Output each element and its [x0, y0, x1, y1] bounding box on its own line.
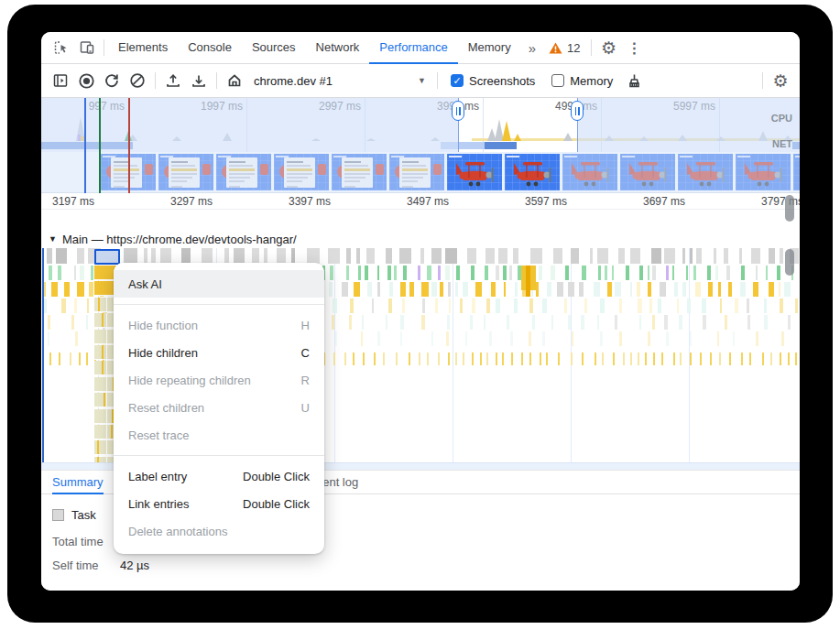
flame-bar[interactable] [553, 248, 562, 264]
flame-bar[interactable] [728, 282, 732, 297]
flame-bar[interactable] [515, 282, 518, 297]
flame-bar[interactable] [61, 298, 66, 313]
flame-bar[interactable] [510, 331, 513, 346]
flame-bar[interactable] [409, 352, 410, 365]
flame-bar[interactable] [372, 298, 374, 313]
flame-bar[interactable] [529, 352, 531, 365]
flame-bar[interactable] [639, 266, 643, 280]
tab-elements[interactable]: Elements [108, 32, 178, 64]
flame-bar[interactable] [788, 315, 791, 330]
flame-bar[interactable] [673, 352, 675, 365]
flame-bar[interactable] [445, 248, 456, 264]
flame-bar[interactable] [513, 248, 518, 264]
flame-bar[interactable] [59, 352, 60, 365]
flame-bar[interactable] [724, 248, 728, 264]
flame-bar[interactable] [762, 352, 764, 365]
flame-bar[interactable] [346, 266, 350, 280]
flame-bar[interactable] [638, 298, 642, 313]
flame-bar[interactable] [719, 352, 721, 365]
flame-bar[interactable] [542, 298, 547, 313]
flame-bar[interactable] [291, 248, 296, 264]
flame-bar[interactable] [463, 352, 464, 365]
flame-bar[interactable] [568, 315, 571, 330]
flame-scrollbar-thumb[interactable] [785, 249, 794, 276]
flame-bar[interactable] [741, 266, 745, 280]
tab-network[interactable]: Network [306, 32, 370, 64]
flame-bar[interactable] [747, 298, 749, 313]
flame-bar[interactable] [388, 298, 393, 313]
tracks-scrollbar-thumb[interactable] [785, 195, 794, 222]
menu-item-link-entries[interactable]: Link entriesDouble Click [114, 490, 324, 517]
flame-bar[interactable] [693, 266, 696, 280]
flame-bar[interactable] [49, 352, 51, 365]
flame-bar[interactable] [486, 352, 488, 365]
flame-bar[interactable] [403, 266, 407, 280]
flame-bar[interactable] [400, 331, 402, 346]
filmstrip-frame[interactable] [736, 154, 791, 190]
flame-bar[interactable] [715, 266, 719, 280]
flame-bar[interactable] [377, 282, 380, 297]
flame-bar[interactable] [652, 315, 655, 330]
clear-icon[interactable] [125, 69, 149, 92]
flame-bar[interactable] [539, 266, 542, 280]
flame-bar[interactable] [619, 298, 622, 313]
flame-bar[interactable] [80, 266, 84, 280]
flame-bar[interactable] [389, 282, 393, 297]
flame-bar[interactable] [333, 298, 336, 313]
flame-bar[interactable] [484, 315, 485, 330]
flame-bar[interactable] [361, 331, 363, 346]
flame-bar[interactable] [460, 298, 463, 313]
flame-bar[interactable] [769, 282, 774, 297]
flame-bar[interactable] [503, 266, 506, 280]
flame-bar[interactable] [770, 352, 772, 365]
flame-bar[interactable] [700, 352, 702, 365]
flame-bar[interactable] [445, 266, 449, 280]
flame-bar[interactable] [431, 282, 437, 297]
flame-bar[interactable] [788, 352, 790, 365]
filmstrip-frame[interactable] [216, 154, 271, 190]
flame-bar[interactable] [124, 248, 137, 264]
flame-bar[interactable] [747, 315, 750, 330]
flame-bar[interactable] [448, 352, 450, 365]
memory-checkbox[interactable]: Memory [544, 74, 620, 88]
flame-bar[interactable] [333, 352, 335, 365]
flame-bar[interactable] [48, 315, 50, 330]
main-menu-kebab-icon[interactable]: ⋮ [621, 39, 647, 57]
flame-bar[interactable] [409, 282, 414, 297]
flame-bar[interactable] [571, 352, 573, 365]
flame-bar[interactable] [551, 315, 553, 330]
history-dropdown[interactable]: chrome.dev #1 ▼ [248, 69, 431, 92]
flame-bar[interactable] [438, 352, 440, 365]
flame-bar[interactable] [780, 352, 781, 365]
flame-bar[interactable] [56, 248, 67, 264]
flame-bar[interactable] [557, 282, 563, 297]
toggle-sidebar-icon[interactable] [49, 69, 72, 92]
flame-bar[interactable] [419, 352, 420, 365]
flame-bar[interactable] [666, 266, 670, 280]
flame-bar[interactable] [651, 248, 661, 264]
flame-bar[interactable] [49, 266, 52, 280]
flame-bar[interactable] [252, 248, 260, 264]
flame-bar[interactable] [400, 315, 404, 330]
flame-bar[interactable] [264, 248, 268, 264]
collect-garbage-broom-icon[interactable] [622, 69, 646, 92]
flame-bar[interactable] [277, 248, 286, 264]
flame-bar[interactable] [514, 298, 518, 313]
flame-bar[interactable] [509, 266, 512, 280]
timeline-overview[interactable]: 997 ms1997 ms2997 ms3997 ms4997 ms5997 m… [41, 98, 800, 152]
flame-bar[interactable] [402, 298, 405, 313]
flame-bar[interactable] [44, 282, 46, 297]
flame-bar[interactable] [582, 352, 584, 365]
flame-bar[interactable] [353, 352, 355, 365]
flame-bar[interactable] [491, 282, 496, 297]
flame-bar[interactable] [618, 248, 625, 264]
filmstrip-frame[interactable] [274, 154, 329, 190]
flame-bar[interactable] [779, 282, 780, 297]
flame-bar[interactable] [422, 298, 425, 313]
flame-bar[interactable] [739, 248, 743, 264]
flame-bar[interactable] [427, 266, 431, 280]
flame-bar[interactable] [47, 248, 52, 264]
flame-bar[interactable] [666, 331, 668, 346]
flame-bar[interactable] [766, 266, 768, 280]
flame-bar[interactable] [595, 352, 596, 365]
